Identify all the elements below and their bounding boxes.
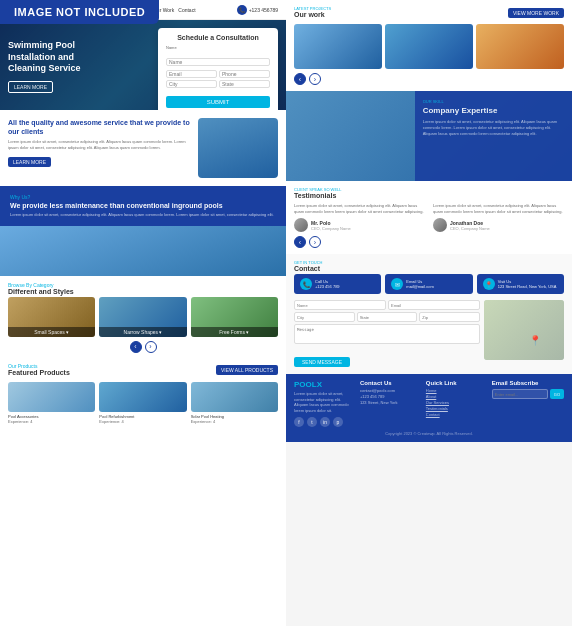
address-value: 123 Street Road, New York, USA (498, 284, 557, 289)
contact-section: Get In Touch Contact 📞 Call Us +123 456 … (286, 254, 572, 374)
footer-link-testimonials[interactable]: Testimonials (426, 406, 486, 411)
contact-city-input[interactable] (294, 312, 355, 322)
footer-link-home[interactable]: Home (426, 388, 486, 393)
featured-section: Our Products Featured Products VIEW ALL … (0, 359, 286, 428)
about-image-inner (198, 118, 278, 178)
footer-subscribe-button[interactable]: GO (550, 389, 564, 399)
category-label-2: Narrow Shapes ▾ (99, 327, 186, 337)
our-work-title: Our work (294, 11, 331, 18)
name-input[interactable] (166, 58, 270, 66)
view-all-products-button[interactable]: VIEW ALL PRODUCTS (216, 365, 278, 375)
hero-learn-more-button[interactable]: LEARN MORE (8, 81, 53, 93)
category-item-2[interactable]: Narrow Shapes ▾ (99, 297, 186, 337)
email-phone-row (166, 70, 270, 78)
footer-grid: POOLX Lorem ipsum dolor sit amet, consec… (294, 380, 564, 426)
address-icon-circle: 📍 (483, 278, 495, 290)
call-icon-circle: 📞 (300, 278, 312, 290)
work-nav: ‹ › (294, 73, 564, 85)
social-pinterest-icon[interactable]: p (333, 417, 343, 427)
name-label: Name (166, 45, 270, 50)
category-next-button[interactable]: › (145, 341, 157, 353)
call-icon: 📞 (303, 281, 310, 288)
our-work-header: Latest Projects Our work VIEW MORE WORK (294, 6, 564, 20)
footer-subscribe-title: Email Subscribe (492, 380, 564, 386)
expertise-tag: Our Skill (423, 99, 564, 104)
email-input[interactable] (166, 70, 217, 78)
work-next-button[interactable]: › (309, 73, 321, 85)
footer-contact-phone: +123 456 789 (360, 394, 420, 399)
footer-socials: f t in p (294, 417, 354, 427)
contact-body: SEND MESSAGE 📍 (294, 300, 564, 368)
social-facebook-icon[interactable]: f (294, 417, 304, 427)
featured-price-1: Experience: 4 (8, 419, 95, 424)
category-item-3[interactable]: Free Forms ▾ (191, 297, 278, 337)
hero-title: Swimming Pool Installation and Cleaning … (8, 40, 98, 75)
nav-phone: 📞 +123 456789 (237, 5, 278, 15)
work-grid (294, 24, 564, 69)
nav-contact[interactable]: Contact (178, 7, 195, 13)
contact-call-item: 📞 Call Us +123 456 789 (294, 274, 381, 294)
our-work-title-group: Latest Projects Our work (294, 6, 331, 20)
about-text: All the quality and awesome service that… (8, 118, 190, 168)
city-row (166, 80, 270, 88)
blue-banner-tag: Why Us? (10, 194, 276, 200)
contact-zip-input[interactable] (419, 312, 480, 322)
expertise-text: Lorem ipsum dolor sit amet, consectetur … (423, 119, 564, 136)
category-label-3: Free Forms ▾ (191, 327, 278, 337)
footer-link-contact[interactable]: Contact (426, 412, 486, 417)
social-twitter-icon[interactable]: t (307, 417, 317, 427)
expertise-overlay: Our Skill Company Expertise Lorem ipsum … (415, 91, 572, 181)
image-not-included-badge: IMAGE NOT INCLUDED (0, 0, 159, 24)
testimonials-section: Client Speak So Well Testimonials Lorem … (286, 181, 572, 254)
blue-banner-title: We provide less maintenance than convent… (10, 202, 276, 209)
phone-icon: 📞 (239, 7, 245, 13)
social-linkedin-icon[interactable]: in (320, 417, 330, 427)
testimonial-next-button[interactable]: › (309, 236, 321, 248)
testimonial-author-2: Jonathan Doe CEO, Company Name (433, 218, 564, 232)
hero-section: Swimming Pool Installation and Cleaning … (0, 20, 286, 110)
right-column: Latest Projects Our work VIEW MORE WORK … (286, 0, 572, 626)
featured-header: Our Products Featured Products VIEW ALL … (8, 363, 278, 378)
testimonial-text-2: Lorem ipsum dolor sit amet, consectetur … (433, 203, 564, 214)
consult-submit-button[interactable]: SUBMIT (166, 96, 270, 108)
city-input[interactable] (166, 80, 217, 88)
email-icon: ✉ (395, 281, 400, 288)
name-row: Name (166, 45, 270, 68)
testimonial-prev-button[interactable]: ‹ (294, 236, 306, 248)
footer-contact-email: contact@poolx.com (360, 388, 420, 393)
testimonial-grid: Lorem ipsum dolor sit amet, consectetur … (294, 203, 564, 232)
testimonial-item-1: Lorem ipsum dolor sit amet, consectetur … (294, 203, 425, 232)
view-more-work-button[interactable]: VIEW MORE WORK (508, 8, 564, 18)
hero-text: Swimming Pool Installation and Cleaning … (8, 40, 98, 93)
blue-banner: Why Us? We provide less maintenance than… (0, 186, 286, 226)
testimonial-avatar-1 (294, 218, 308, 232)
contact-message-input[interactable] (294, 324, 480, 344)
footer-email-input[interactable] (492, 389, 548, 399)
category-prev-button[interactable]: ‹ (130, 341, 142, 353)
state-input[interactable] (219, 80, 270, 88)
about-learn-more-button[interactable]: LEARN MORE (8, 157, 51, 167)
footer-col-contact: Contact Us contact@poolx.com +123 456 78… (360, 380, 420, 426)
featured-item-3: Solar Pool Heating Experience: 4 (191, 382, 278, 424)
testimonial-nav: ‹ › (294, 236, 564, 248)
footer: POOLX Lorem ipsum dolor sit amet, consec… (286, 374, 572, 441)
contact-submit-button[interactable]: SEND MESSAGE (294, 357, 350, 367)
testimonial-company-2: CEO, Company Name (450, 226, 490, 231)
phone-input[interactable] (219, 70, 270, 78)
featured-image-2 (99, 382, 186, 412)
footer-link-about[interactable]: About (426, 394, 486, 399)
category-title: Different and Styles (8, 288, 278, 295)
contact-state-input[interactable] (357, 312, 418, 322)
footer-logo: POOLX (294, 380, 354, 389)
contact-name-input[interactable] (294, 300, 386, 310)
footer-subscribe-form: GO (492, 389, 564, 399)
featured-price-3: Experience: 4 (191, 419, 278, 424)
footer-link-services[interactable]: Our Services (426, 400, 486, 405)
contact-email-input[interactable] (388, 300, 480, 310)
contact-email-item: ✉ Email Us mail@mail.com (385, 274, 472, 294)
footer-about-text: Lorem ipsum dolor sit amet, consectetur … (294, 391, 354, 413)
pool-strip (0, 226, 286, 276)
work-prev-button[interactable]: ‹ (294, 73, 306, 85)
category-item-1[interactable]: Small Spaces ▾ (8, 297, 95, 337)
work-item-2 (385, 24, 473, 69)
